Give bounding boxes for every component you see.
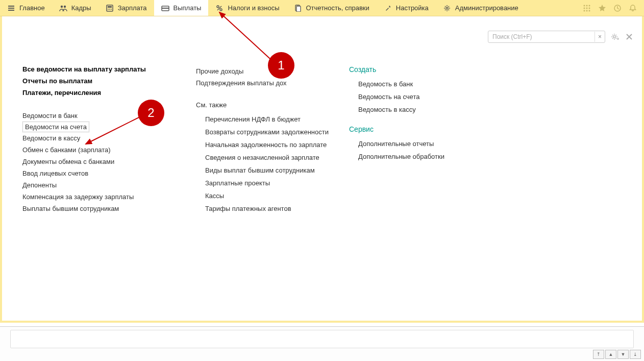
svg-point-6 bbox=[111, 9, 112, 10]
nav-nastroika[interactable]: Настройка bbox=[377, 0, 436, 16]
link-podtverzhdeniya[interactable]: Подтверждения выплаты дох bbox=[196, 77, 329, 89]
menu-icon bbox=[7, 4, 15, 12]
history-icon[interactable] bbox=[612, 3, 623, 13]
annotation-badge-1: 1 bbox=[268, 52, 294, 79]
link-ndfl[interactable]: Перечисления НДФЛ в бюджет bbox=[205, 113, 329, 126]
link-deponenty[interactable]: Депоненты bbox=[22, 179, 176, 191]
settings-icon[interactable] bbox=[610, 32, 621, 41]
svg-rect-8 bbox=[162, 8, 169, 9]
group-reports[interactable]: Отчеты по выплатам bbox=[22, 77, 176, 85]
svg-point-20 bbox=[584, 10, 585, 11]
create-ved-scheta[interactable]: Ведомость на счета bbox=[358, 90, 482, 103]
svg-rect-12 bbox=[296, 6, 301, 12]
nav-vyplaty[interactable]: Выплаты bbox=[154, 0, 209, 16]
service-otchety[interactable]: Дополнительные отчеты bbox=[358, 137, 482, 150]
svg-point-5 bbox=[109, 9, 110, 10]
nav-label: Зарплата bbox=[118, 4, 147, 12]
calculator-icon bbox=[106, 4, 114, 12]
svg-point-17 bbox=[584, 7, 585, 9]
service-obrabotki[interactable]: Дополнительные обработки bbox=[358, 150, 482, 163]
link-vvod-schetov[interactable]: Ввод лицевых счетов bbox=[22, 167, 176, 179]
nav-label: Отчетность, справки bbox=[306, 4, 369, 12]
link-vedomosti-kassu[interactable]: Ведомости в кассу bbox=[22, 132, 176, 144]
svg-point-18 bbox=[586, 7, 588, 9]
svg-point-22 bbox=[589, 10, 590, 11]
bottom-input-area[interactable] bbox=[10, 330, 634, 348]
link-prochie-dohody[interactable]: Прочие доходы bbox=[196, 65, 329, 77]
create-head[interactable]: Создать bbox=[349, 65, 482, 74]
people-icon bbox=[59, 4, 67, 12]
percent-icon bbox=[215, 4, 224, 12]
column-3: Создать Ведомость в банк Ведомость на сч… bbox=[349, 65, 482, 215]
column-2: Прочие доходы Подтверждения выплаты дох … bbox=[196, 65, 329, 215]
nav-otchet[interactable]: Отчетность, справки bbox=[287, 0, 377, 16]
svg-point-9 bbox=[217, 6, 219, 8]
link-vedomosti-scheta[interactable]: Ведомости на счета bbox=[22, 122, 89, 132]
docs-icon bbox=[294, 4, 302, 12]
link-zarpl-proekty[interactable]: Зарплатные проекты bbox=[205, 177, 329, 189]
scroll-up-icon[interactable]: ▲ bbox=[605, 350, 616, 359]
create-ved-kassu[interactable]: Ведомость в кассу bbox=[358, 103, 482, 116]
nav-kadry[interactable]: Кадры bbox=[52, 0, 98, 16]
svg-point-4 bbox=[108, 9, 109, 10]
see-also-head: См. также bbox=[196, 101, 329, 109]
link-vidy-vyplat[interactable]: Виды выплат бывшим сотрудникам bbox=[205, 164, 329, 177]
scroll-bottom-icon[interactable]: ⤓ bbox=[630, 350, 641, 359]
svg-point-25 bbox=[617, 38, 619, 40]
svg-point-13 bbox=[446, 7, 448, 9]
nav-zarplata[interactable]: Зарплата bbox=[98, 0, 154, 16]
svg-point-24 bbox=[613, 36, 615, 38]
svg-rect-3 bbox=[108, 6, 112, 8]
link-kassy[interactable]: Кассы bbox=[205, 189, 329, 202]
nav-label: Настройка bbox=[396, 4, 429, 12]
link-nach-zadolzh[interactable]: Начальная задолженность по зарплате bbox=[205, 138, 329, 151]
topbar-right bbox=[582, 0, 644, 16]
group-payments[interactable]: Платежи, перечисления bbox=[22, 89, 176, 97]
link-docs-obmen[interactable]: Документы обмена с банками bbox=[22, 156, 176, 167]
create-ved-bank[interactable]: Ведомость в банк bbox=[358, 78, 482, 90]
create-list: Ведомость в банк Ведомость на счета Ведо… bbox=[349, 78, 482, 116]
service-list: Дополнительные отчеты Дополнительные обр… bbox=[349, 137, 482, 163]
link-tarify[interactable]: Тарифы платежных агентов bbox=[205, 202, 329, 215]
svg-point-21 bbox=[586, 10, 588, 11]
nav-label: Выплаты bbox=[174, 4, 202, 12]
nav-label: Главное bbox=[19, 4, 45, 12]
nav-main[interactable]: Главное bbox=[0, 0, 52, 16]
svg-point-0 bbox=[60, 5, 62, 7]
nav-label: Налоги и взносы bbox=[228, 4, 279, 12]
link-vyplaty-byvshim[interactable]: Выплаты бывшим сотрудникам bbox=[22, 203, 176, 214]
svg-point-14 bbox=[584, 5, 585, 6]
svg-point-10 bbox=[220, 9, 222, 11]
search-input[interactable] bbox=[488, 33, 595, 40]
see-also-list: Перечисления НДФЛ в бюджет Возвраты сотр… bbox=[196, 113, 329, 215]
nav-admin[interactable]: Администрирование bbox=[436, 0, 526, 16]
link-vozvraty[interactable]: Возвраты сотрудниками задолженности bbox=[205, 126, 329, 138]
content-area: × Все ведомости на выплату зарплаты Отче… bbox=[0, 16, 644, 323]
group-all-statements[interactable]: Все ведомости на выплату зарплаты bbox=[22, 65, 176, 73]
search-clear-icon[interactable]: × bbox=[595, 32, 605, 42]
nav-nalogi[interactable]: Налоги и взносы bbox=[208, 0, 286, 16]
scroll-top-icon[interactable]: ⤒ bbox=[593, 350, 604, 359]
scroll-down-icon[interactable]: ▼ bbox=[617, 350, 629, 359]
svg-point-19 bbox=[589, 7, 590, 9]
search-box: × bbox=[488, 31, 605, 43]
service-head[interactable]: Сервис bbox=[349, 125, 482, 133]
bottom-buttons: ⤒ ▲ ▼ ⤓ bbox=[593, 350, 641, 359]
link-kompensaciya[interactable]: Компенсация за задержку зарплаты bbox=[22, 191, 176, 203]
tools-row: × bbox=[488, 31, 633, 43]
column-1: Все ведомости на выплату зарплаты Отчеты… bbox=[22, 65, 176, 215]
top-navigation: Главное Кадры Зарплата Выплаты Налоги и … bbox=[0, 0, 644, 16]
nav-label: Кадры bbox=[71, 4, 91, 12]
bell-icon[interactable] bbox=[628, 3, 638, 13]
close-icon[interactable] bbox=[626, 33, 633, 40]
wrench-icon bbox=[384, 4, 392, 12]
link-svedeniya[interactable]: Сведения о незачисленной зарплате bbox=[205, 151, 329, 164]
link-obmen-bankami[interactable]: Обмен с банками (зарплата) bbox=[22, 144, 176, 156]
annotation-badge-2: 2 bbox=[138, 100, 164, 126]
grid-icon[interactable] bbox=[582, 3, 592, 13]
svg-rect-2 bbox=[107, 5, 113, 11]
svg-point-1 bbox=[63, 5, 65, 7]
svg-point-16 bbox=[589, 5, 590, 6]
star-icon[interactable] bbox=[597, 3, 607, 13]
nav-label: Администрирование bbox=[455, 4, 518, 12]
